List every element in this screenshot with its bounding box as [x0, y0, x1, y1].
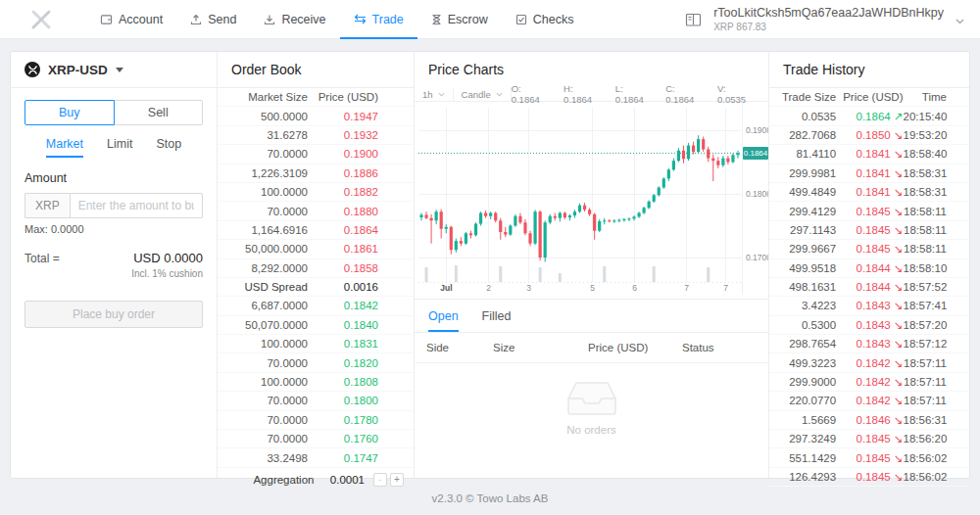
aggregation-decrease-button[interactable]: - [373, 473, 387, 487]
nav-item-label: Account [119, 13, 163, 26]
order-book-row[interactable]: 31.62780.1932 [218, 126, 414, 145]
checks-icon [515, 14, 527, 25]
order-book-row[interactable]: 70.00000.1820 [218, 353, 414, 372]
order-book-row[interactable]: 8,292.00000.1858 [218, 259, 414, 278]
trade-history-row[interactable]: 298.76540.1843 ↘18:57:12 [769, 335, 969, 353]
trade-history-row[interactable]: 220.07700.1842 ↘18:57:11 [769, 392, 969, 410]
orders-tab-open[interactable]: Open [428, 309, 459, 332]
order-book-row[interactable]: 100.00000.1831 [218, 335, 414, 353]
total-value: USD 0.0000 [133, 251, 203, 265]
account-balance: XRP 867.83 [713, 22, 944, 34]
aggregation-row: Aggregation 0.0001 - + [218, 468, 414, 492]
sell-button[interactable]: Sell [114, 100, 204, 125]
orders-column-header: Size [493, 342, 588, 353]
side-toggle: Buy Sell [24, 100, 203, 125]
trade-history-row[interactable]: 126.42930.1845 ↘18:56:02 [769, 468, 969, 487]
chevron-down-icon [956, 11, 964, 28]
svg-text:0.1864: 0.1864 [744, 149, 768, 158]
trade-history-row[interactable]: 0.05350.1864 ↗20:15:40 [769, 107, 969, 125]
order-book-row[interactable]: 70.00000.1760 [218, 430, 414, 448]
pair-name: XRP-USD [48, 63, 108, 77]
receive-icon [264, 14, 275, 25]
total-label: Total = [24, 252, 60, 265]
buy-button[interactable]: Buy [24, 100, 115, 125]
order-book-row[interactable]: 70.00000.1880 [218, 202, 414, 220]
nav-item-send[interactable]: Send [176, 0, 250, 39]
svg-text:0.1900: 0.1900 [746, 125, 768, 135]
pair-selector[interactable]: XRP-USD [11, 52, 217, 88]
trade-history-row[interactable]: 297.11430.1845 ↘18:58:11 [769, 221, 969, 240]
nav-item-label: Escrow [448, 13, 488, 26]
svg-text:2: 2 [486, 283, 491, 293]
nav-item-account[interactable]: Account [86, 0, 176, 39]
trade-history-row[interactable]: 299.41290.1845 ↘18:58:11 [769, 202, 969, 220]
trade-history-rows: 0.05350.1864 ↗20:15:40282.70680.1850 ↘19… [769, 107, 969, 487]
order-type-tab-market[interactable]: Market [46, 137, 83, 158]
trade-history-row[interactable]: 498.16310.1844 ↘18:57:52 [769, 278, 969, 297]
order-book-row[interactable]: 500.00000.1947 [218, 107, 414, 125]
nav-item-trade[interactable]: Trade [340, 0, 417, 39]
trade-history-row[interactable]: 499.32230.1842 ↘18:57:11 [769, 353, 969, 372]
chart-toolbar: 1h Candle O: 0.1864H: 0.1864L: 0.1864C: … [415, 87, 768, 102]
aggregation-increase-button[interactable]: + [390, 473, 404, 487]
place-order-button[interactable]: Place buy order [24, 301, 203, 328]
chevron-down-icon [496, 92, 503, 97]
trade-history-row[interactable]: 499.95180.1844 ↘18:58:10 [769, 259, 969, 278]
nav-item-label: Receive [281, 13, 325, 26]
orders-column-header: Status [682, 342, 757, 353]
max-note: Max: 0.0000 [24, 223, 203, 235]
orders-tab-filled[interactable]: Filled [482, 309, 512, 332]
trade-history-row[interactable]: 499.48490.1841 ↘18:58:31 [769, 183, 969, 202]
trade-history-row[interactable]: 81.41100.1841 ↘18:58:40 [769, 145, 969, 164]
price-charts-title: Price Charts [415, 52, 768, 87]
order-book-row[interactable]: 70.00000.1800 [218, 392, 414, 410]
nav-item-checks[interactable]: Checks [502, 0, 588, 39]
orders-section: OpenFilled SideSizePrice (USD)Status No … [415, 299, 768, 478]
trade-history-row[interactable]: 1.56690.1846 ↘18:56:31 [769, 411, 969, 430]
amount-input[interactable] [70, 193, 203, 218]
trade-history-row[interactable]: 299.99810.1841 ↘18:58:31 [769, 164, 969, 183]
amount-label: Amount [24, 171, 203, 185]
nav-item-receive[interactable]: Receive [250, 0, 339, 39]
price-charts-panel: Price Charts 1h Candle O: 0.1864H: 0.186… [414, 52, 768, 478]
order-book-row[interactable]: 1,164.69160.1864 [218, 221, 414, 240]
svg-text:6: 6 [632, 283, 637, 293]
top-navbar: AccountSendReceiveTradeEscrowChecks rToo… [0, 0, 980, 39]
chart-type-select[interactable]: Candle [454, 87, 512, 101]
chevron-down-icon [438, 92, 445, 97]
trade-history-row[interactable]: 299.90000.1842 ↘18:57:11 [769, 373, 969, 392]
candlestick-chart[interactable]: 0.19000.18000.1700Jul2356770.1864 [415, 102, 768, 295]
trade-history-row[interactable]: 282.70680.1850 ↘19:53:20 [769, 126, 969, 145]
order-book-row[interactable]: 50,070.00000.1840 [218, 316, 414, 335]
address-book-icon [685, 13, 702, 27]
trade-history-row[interactable]: 0.53000.1843 ↘18:57:20 [769, 316, 969, 335]
order-type-tab-limit[interactable]: Limit [107, 137, 132, 158]
trade-workspace: XRP-USD Buy Sell MarketLimitStop Amount … [10, 51, 970, 479]
order-book-row[interactable]: 6,687.00000.1842 [218, 297, 414, 315]
interval-select[interactable]: 1h [415, 87, 454, 101]
order-form-panel: XRP-USD Buy Sell MarketLimitStop Amount … [11, 52, 217, 478]
trade-history-row[interactable]: 551.14290.1845 ↘18:56:02 [769, 448, 969, 467]
order-book-row[interactable]: 100.00000.1808 [218, 373, 414, 392]
nav-item-escrow[interactable]: Escrow [417, 0, 502, 39]
order-book-row[interactable]: 70.00000.1780 [218, 411, 414, 430]
trade-history-row[interactable]: 3.42230.1843 ↘18:57:41 [769, 297, 969, 315]
aggregation-label: Aggregation [231, 474, 314, 486]
svg-text:Jul: Jul [440, 283, 452, 293]
order-book-row[interactable]: 50,000.00000.1861 [218, 240, 414, 258]
trade-history-row[interactable]: 299.96670.1845 ↘18:58:11 [769, 240, 969, 258]
inbox-icon [566, 381, 617, 416]
order-book-row[interactable]: 1,226.31090.1886 [218, 164, 414, 183]
svg-text:0.1800: 0.1800 [746, 189, 768, 199]
escrow-icon [431, 14, 442, 25]
order-book-row[interactable]: 70.00000.1900 [218, 145, 414, 164]
app-logo-icon[interactable] [29, 9, 53, 30]
order-book-row[interactable]: 100.00000.1882 [218, 183, 414, 202]
account-address: rTooLkitCksh5mQa67eaa2JaWHDBnHkpy [713, 6, 944, 22]
order-book-row[interactable]: 33.24980.1747 [218, 448, 414, 467]
account-selector[interactable]: rTooLkitCksh5mQa67eaa2JaWHDBnHkpy XRP 86… [685, 0, 964, 39]
nav-item-label: Trade [372, 13, 404, 26]
trade-history-row[interactable]: 297.32490.1845 ↘18:56:20 [769, 430, 969, 448]
order-type-tab-stop[interactable]: Stop [156, 137, 181, 158]
order-book-header: Market Size Price (USD) [218, 88, 414, 107]
